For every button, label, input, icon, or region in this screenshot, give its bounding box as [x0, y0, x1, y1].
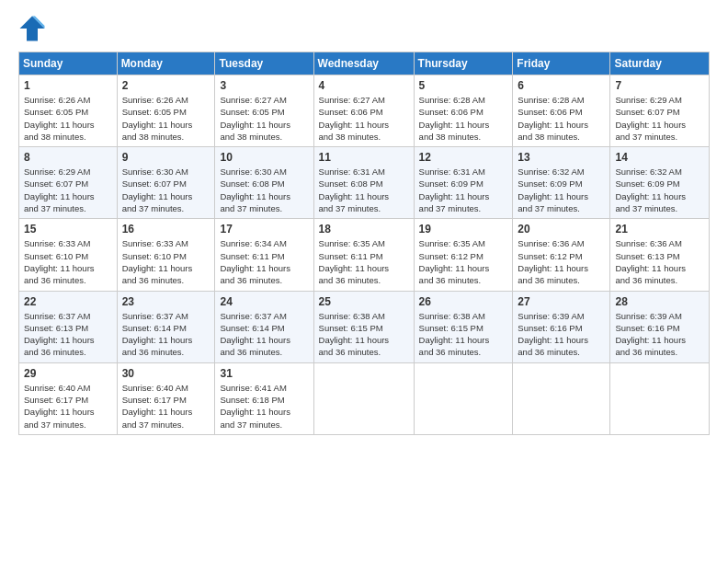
logo	[18, 15, 50, 42]
day-number: 22	[24, 295, 112, 308]
day-info: Sunrise: 6:28 AMSunset: 6:06 PMDaylight:…	[419, 94, 508, 143]
day-info: Sunrise: 6:32 AMSunset: 6:09 PMDaylight:…	[615, 166, 704, 214]
sunset-text: Sunset: 6:05 PM	[24, 107, 88, 117]
weekday-header-thursday: Thursday	[414, 52, 513, 75]
day-number: 8	[24, 151, 112, 164]
sunset-text: Sunset: 6:06 PM	[518, 107, 582, 117]
weekday-header-friday: Friday	[513, 52, 610, 75]
weekday-header-tuesday: Tuesday	[215, 52, 313, 75]
day-number: 23	[122, 295, 210, 308]
daylight-minutes-text: and 38 minutes.	[518, 132, 580, 142]
sunset-text: Sunset: 6:05 PM	[220, 107, 284, 117]
sunrise-text: Sunrise: 6:34 AM	[220, 238, 286, 248]
day-info: Sunrise: 6:29 AMSunset: 6:07 PMDaylight:…	[24, 166, 112, 214]
daylight-minutes-text: and 36 minutes.	[220, 347, 282, 357]
sunrise-text: Sunrise: 6:37 AM	[24, 311, 90, 321]
day-number: 6	[518, 79, 605, 92]
sunrise-text: Sunrise: 6:38 AM	[419, 311, 485, 321]
daylight-text: Daylight: 11 hours	[319, 263, 390, 273]
sunset-text: Sunset: 6:11 PM	[220, 251, 284, 261]
daylight-minutes-text: and 37 minutes.	[319, 203, 381, 213]
calendar-cell: 12Sunrise: 6:31 AMSunset: 6:09 PMDayligh…	[414, 147, 513, 219]
daylight-text: Daylight: 11 hours	[518, 120, 588, 130]
sunset-text: Sunset: 6:16 PM	[518, 323, 582, 333]
day-number: 15	[24, 223, 112, 236]
sunrise-text: Sunrise: 6:36 AM	[518, 238, 584, 248]
daylight-minutes-text: and 38 minutes.	[24, 132, 86, 142]
sunset-text: Sunset: 6:06 PM	[319, 107, 383, 117]
day-info: Sunrise: 6:30 AMSunset: 6:08 PMDaylight:…	[220, 166, 308, 214]
sunset-text: Sunset: 6:09 PM	[419, 178, 483, 189]
daylight-text: Daylight: 11 hours	[220, 407, 290, 417]
sunrise-text: Sunrise: 6:35 AM	[419, 238, 485, 248]
calendar-cell	[610, 362, 710, 434]
daylight-text: Daylight: 11 hours	[220, 120, 290, 130]
daylight-minutes-text: and 38 minutes.	[319, 132, 381, 142]
calendar-cell: 5Sunrise: 6:28 AMSunset: 6:06 PMDaylight…	[414, 75, 513, 147]
header	[18, 15, 710, 42]
day-number: 24	[220, 295, 308, 308]
calendar-cell: 16Sunrise: 6:33 AMSunset: 6:10 PMDayligh…	[117, 219, 215, 291]
sunrise-text: Sunrise: 6:27 AM	[319, 95, 385, 105]
calendar-cell: 17Sunrise: 6:34 AMSunset: 6:11 PMDayligh…	[215, 219, 313, 291]
sunrise-text: Sunrise: 6:38 AM	[319, 311, 385, 321]
day-info: Sunrise: 6:37 AMSunset: 6:13 PMDaylight:…	[24, 310, 112, 359]
day-info: Sunrise: 6:40 AMSunset: 6:17 PMDaylight:…	[24, 382, 112, 431]
day-number: 16	[122, 223, 210, 236]
calendar-cell: 27Sunrise: 6:39 AMSunset: 6:16 PMDayligh…	[513, 291, 610, 362]
svg-marker-0	[20, 17, 45, 41]
day-info: Sunrise: 6:29 AMSunset: 6:07 PMDaylight:…	[615, 94, 704, 143]
sunset-text: Sunset: 6:08 PM	[220, 178, 284, 189]
day-info: Sunrise: 6:41 AMSunset: 6:18 PMDaylight:…	[220, 382, 308, 431]
calendar-cell: 24Sunrise: 6:37 AMSunset: 6:14 PMDayligh…	[215, 291, 313, 362]
day-info: Sunrise: 6:35 AMSunset: 6:11 PMDaylight:…	[319, 237, 409, 286]
day-number: 26	[419, 295, 508, 308]
daylight-minutes-text: and 37 minutes.	[220, 419, 282, 430]
sunrise-text: Sunrise: 6:31 AM	[319, 167, 385, 177]
calendar-cell	[513, 362, 610, 434]
daylight-text: Daylight: 11 hours	[615, 263, 686, 273]
day-number: 25	[319, 295, 409, 308]
sunset-text: Sunset: 6:17 PM	[122, 395, 187, 405]
day-info: Sunrise: 6:38 AMSunset: 6:15 PMDaylight:…	[319, 310, 409, 359]
day-info: Sunrise: 6:39 AMSunset: 6:16 PMDaylight:…	[615, 310, 704, 359]
daylight-text: Daylight: 11 hours	[24, 335, 95, 345]
day-number: 11	[319, 151, 409, 164]
sunrise-text: Sunrise: 6:32 AM	[615, 167, 681, 177]
sunset-text: Sunset: 6:13 PM	[615, 251, 679, 261]
daylight-text: Daylight: 11 hours	[122, 191, 193, 201]
day-info: Sunrise: 6:28 AMSunset: 6:06 PMDaylight:…	[518, 94, 605, 143]
daylight-minutes-text: and 37 minutes.	[419, 203, 482, 213]
day-info: Sunrise: 6:39 AMSunset: 6:16 PMDaylight:…	[518, 310, 605, 359]
sunrise-text: Sunrise: 6:28 AM	[518, 95, 584, 105]
calendar-cell: 9Sunrise: 6:30 AMSunset: 6:07 PMDaylight…	[117, 147, 215, 219]
daylight-text: Daylight: 11 hours	[615, 120, 686, 130]
daylight-text: Daylight: 11 hours	[419, 191, 490, 201]
calendar-cell: 23Sunrise: 6:37 AMSunset: 6:14 PMDayligh…	[117, 291, 215, 362]
day-number: 13	[518, 151, 605, 164]
calendar-cell: 26Sunrise: 6:38 AMSunset: 6:15 PMDayligh…	[414, 291, 513, 362]
daylight-minutes-text: and 38 minutes.	[122, 132, 185, 142]
sunrise-text: Sunrise: 6:36 AM	[615, 238, 681, 248]
sunrise-text: Sunrise: 6:37 AM	[122, 311, 188, 321]
sunset-text: Sunset: 6:08 PM	[319, 178, 383, 189]
sunset-text: Sunset: 6:06 PM	[419, 107, 483, 117]
daylight-text: Daylight: 11 hours	[518, 263, 588, 273]
daylight-text: Daylight: 11 hours	[518, 335, 588, 345]
sunset-text: Sunset: 6:12 PM	[518, 251, 582, 261]
sunrise-text: Sunrise: 6:27 AM	[220, 95, 286, 105]
calendar-cell: 31Sunrise: 6:41 AMSunset: 6:18 PMDayligh…	[215, 362, 313, 434]
weekday-header-saturday: Saturday	[610, 52, 710, 75]
day-number: 5	[419, 79, 508, 92]
calendar-cell: 3Sunrise: 6:27 AMSunset: 6:05 PMDaylight…	[215, 75, 313, 147]
sunrise-text: Sunrise: 6:31 AM	[419, 167, 485, 177]
daylight-minutes-text: and 36 minutes.	[319, 275, 381, 285]
daylight-minutes-text: and 37 minutes.	[122, 419, 185, 430]
daylight-text: Daylight: 11 hours	[122, 263, 193, 273]
daylight-minutes-text: and 37 minutes.	[220, 203, 282, 213]
calendar-cell: 1Sunrise: 6:26 AMSunset: 6:05 PMDaylight…	[19, 75, 118, 147]
day-info: Sunrise: 6:33 AMSunset: 6:10 PMDaylight:…	[122, 237, 210, 286]
calendar-cell: 13Sunrise: 6:32 AMSunset: 6:09 PMDayligh…	[513, 147, 610, 219]
daylight-minutes-text: and 36 minutes.	[518, 347, 580, 357]
sunrise-text: Sunrise: 6:33 AM	[122, 238, 188, 248]
